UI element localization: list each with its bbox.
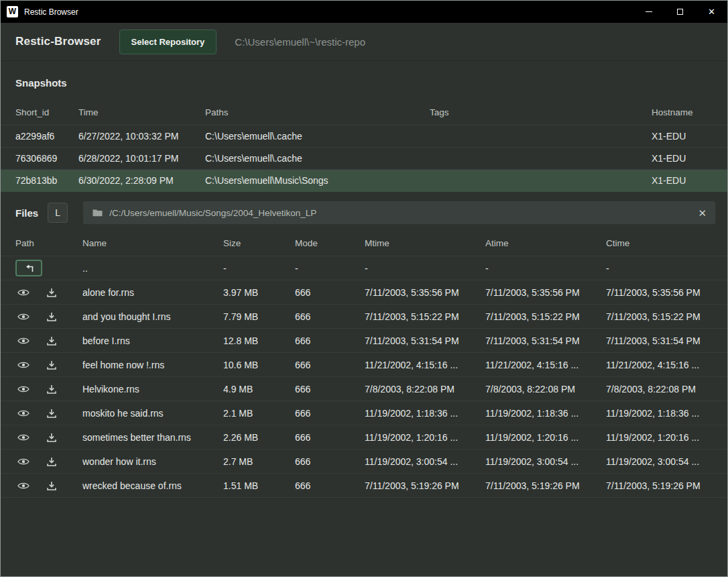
preview-file-button[interactable] [15, 478, 32, 494]
file-row: moskito he said.rns 2.1 MB 666 11/19/200… [1, 401, 727, 425]
preview-file-button[interactable] [15, 309, 32, 325]
preview-file-button[interactable] [15, 381, 32, 397]
download-icon [47, 288, 56, 297]
file-mtime: 11/19/2002, 1:18:36 ... [365, 408, 485, 419]
preview-file-button[interactable] [15, 333, 32, 349]
file-ctime: 7/11/2003, 5:19:26 PM [606, 480, 713, 491]
preview-file-button[interactable] [15, 454, 32, 470]
go-up-button[interactable] [15, 260, 42, 276]
column-header-path[interactable]: Path [15, 238, 82, 248]
root-path-button[interactable]: L [48, 203, 68, 223]
file-name: moskito he said.rns [82, 408, 223, 419]
current-path-bar[interactable]: /C:/Users/emuell/Music/Songs/2004_Helvet… [83, 201, 715, 224]
close-button[interactable]: ✕ [696, 1, 727, 23]
file-mode: 666 [295, 384, 365, 395]
file-atime: 7/11/2003, 5:35:56 PM [485, 287, 606, 298]
file-atime: 11/19/2002, 3:00:54 ... [485, 456, 606, 467]
titlebar: W Restic Browser ✕ [1, 1, 727, 23]
files-toolbar: Files L /C:/Users/emuell/Music/Songs/200… [1, 192, 727, 231]
eye-icon [17, 458, 29, 466]
download-file-button[interactable] [44, 429, 60, 445]
file-atime: 11/19/2002, 1:20:16 ... [485, 432, 606, 443]
download-file-button[interactable] [44, 454, 60, 470]
file-name[interactable]: .. [82, 263, 223, 274]
snapshot-paths: C:\Users\emuell\.cache [205, 153, 430, 164]
minimize-button[interactable] [633, 1, 664, 23]
snapshot-short-id: 72b813bb [15, 175, 78, 186]
download-file-button[interactable] [44, 284, 60, 301]
download-file-button[interactable] [44, 405, 60, 421]
column-header-ctime[interactable]: Ctime [606, 238, 713, 248]
download-file-button[interactable] [44, 333, 60, 349]
select-repository-button[interactable]: Select Repository [119, 30, 217, 54]
file-atime: 7/8/2003, 8:22:08 PM [485, 384, 606, 395]
download-icon [47, 481, 56, 490]
download-icon [47, 360, 56, 370]
column-header-mode[interactable]: Mode [295, 238, 365, 248]
file-mtime: 7/11/2003, 5:15:22 PM [365, 311, 485, 322]
files-table-body: alone for.rns 3.97 MB 666 7/11/2003, 5:3… [1, 280, 727, 498]
snapshots-table-body: a2299af6 6/27/2022, 10:03:32 PM C:\Users… [1, 125, 727, 192]
column-header-short-id[interactable]: Short_id [15, 107, 78, 117]
repository-path-field[interactable]: C:\Users\emuell\~\restic-repo [235, 36, 713, 48]
window-title: Restic Browser [24, 7, 78, 17]
app-title: Restic-Browser [15, 35, 101, 48]
snapshot-row[interactable]: a2299af6 6/27/2022, 10:03:32 PM C:\Users… [1, 125, 727, 148]
snapshot-hostname: X1-EDU [652, 175, 713, 186]
download-file-button[interactable] [44, 309, 60, 325]
download-icon [47, 433, 56, 442]
column-header-name[interactable]: Name [82, 238, 223, 248]
file-mode: 666 [295, 360, 365, 370]
file-row: wrecked because of.rns 1.51 MB 666 7/11/… [1, 474, 727, 498]
file-size: 4.9 MB [223, 384, 295, 395]
preview-file-button[interactable] [15, 405, 32, 421]
preview-file-button[interactable] [15, 429, 32, 445]
file-row: Helvikone.rns 4.9 MB 666 7/8/2003, 8:22:… [1, 377, 727, 401]
maximize-button[interactable] [664, 1, 696, 23]
file-mtime: 7/8/2003, 8:22:08 PM [365, 384, 485, 395]
clear-path-button[interactable]: ✕ [698, 208, 707, 218]
snapshot-time: 6/27/2022, 10:03:32 PM [78, 131, 205, 142]
download-file-button[interactable] [44, 357, 60, 373]
files-table-header: Path Name Size Mode Mtime Atime Ctime [1, 231, 727, 256]
folder-icon [92, 208, 103, 217]
column-header-hostname[interactable]: Hostname [652, 107, 713, 117]
file-mtime: - [365, 263, 485, 274]
file-row: before I.rns 12.8 MB 666 7/11/2003, 5:31… [1, 329, 727, 353]
column-header-size[interactable]: Size [223, 238, 295, 248]
snapshot-row[interactable]: 76306869 6/28/2022, 10:01:17 PM C:\Users… [1, 148, 727, 170]
file-mode: 666 [295, 480, 365, 491]
file-name: Helvikone.rns [82, 384, 223, 395]
snapshot-hostname: X1-EDU [652, 153, 713, 164]
snapshot-short-id: 76306869 [15, 153, 78, 164]
maximize-icon [677, 9, 683, 15]
download-file-button[interactable] [44, 381, 60, 397]
file-atime: 11/21/2002, 4:15:16 ... [485, 360, 606, 370]
file-size: 7.79 MB [223, 311, 295, 322]
minimize-icon [646, 11, 652, 12]
file-mtime: 11/21/2002, 4:15:16 ... [365, 360, 485, 370]
file-name: wrecked because of.rns [82, 480, 223, 491]
download-icon [47, 384, 56, 394]
file-size: 2.1 MB [223, 408, 295, 419]
snapshot-row[interactable]: 72b813bb 6/30/2022, 2:28:09 PM C:\Users\… [1, 170, 727, 192]
column-header-atime[interactable]: Atime [485, 238, 606, 248]
file-size: - [223, 263, 295, 274]
download-icon [47, 457, 56, 466]
file-size: 12.8 MB [223, 335, 295, 346]
column-header-time[interactable]: Time [78, 107, 205, 117]
file-ctime: 7/11/2003, 5:15:22 PM [606, 311, 713, 322]
file-atime: 7/11/2003, 5:19:26 PM [485, 480, 606, 491]
column-header-tags[interactable]: Tags [430, 107, 652, 117]
preview-file-button[interactable] [15, 357, 32, 373]
file-mtime: 11/19/2002, 3:00:54 ... [365, 456, 485, 467]
eye-icon [17, 337, 29, 345]
file-ctime: 11/19/2002, 1:18:36 ... [606, 408, 713, 419]
file-name: feel home now !.rns [82, 360, 223, 370]
eye-icon [17, 361, 29, 369]
download-file-button[interactable] [44, 478, 60, 494]
file-row: feel home now !.rns 10.6 MB 666 11/21/20… [1, 353, 727, 377]
column-header-paths[interactable]: Paths [205, 107, 430, 117]
column-header-mtime[interactable]: Mtime [365, 238, 485, 248]
preview-file-button[interactable] [15, 284, 32, 301]
